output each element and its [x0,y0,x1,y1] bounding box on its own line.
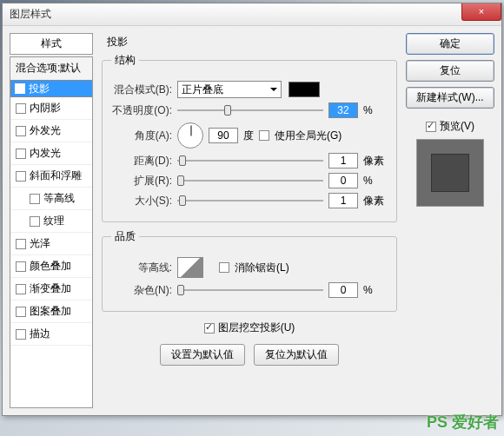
preview-thumbnail [416,139,484,207]
spread-unit: % [363,175,388,187]
style-item-inner-shadow[interactable]: 内阴影 [10,97,92,120]
checkbox-icon[interactable] [16,261,26,272]
distance-label: 距离(D): [111,154,172,168]
preview-label: 预览(V) [440,119,474,134]
blend-mode-label: 混合模式(B): [111,83,172,97]
styles-header[interactable]: 样式 [10,33,93,55]
checkbox-icon[interactable] [16,149,26,159]
quality-group: 品质 等高线: 消除锯齿(L) 杂色(N): 0 % [102,229,397,312]
style-item-pattern-overlay[interactable]: 图案叠加 [10,301,92,323]
opacity-slider[interactable] [177,103,323,117]
checkbox-icon[interactable] [16,103,26,114]
preview-checkbox[interactable] [426,122,436,132]
style-item-satin[interactable]: 光泽 [10,233,92,255]
checkbox-icon[interactable] [16,126,26,136]
checkbox-icon[interactable] [16,239,26,249]
cancel-button[interactable]: 复位 [406,60,494,82]
anti-alias-label: 消除锯齿(L) [235,261,289,275]
checkbox-icon[interactable] [16,284,26,294]
checkbox-icon[interactable] [30,194,40,204]
size-input[interactable]: 1 [328,193,358,208]
options-panel: 投影 结构 混合模式(B): 正片叠底 不透明度(O): 32 % 角度(A): [98,33,401,408]
reset-default-button[interactable]: 复位为默认值 [254,344,339,366]
section-title: 投影 [107,35,397,50]
angle-label: 角度(A): [111,129,172,143]
angle-dial[interactable] [177,122,203,149]
style-item-color-overlay[interactable]: 颜色叠加 [10,255,92,278]
style-item-stroke[interactable]: 描边 [10,323,92,346]
global-light-checkbox[interactable] [259,130,269,141]
dialog-title: 图层样式 [10,7,51,22]
set-default-button[interactable]: 设置为默认值 [160,344,245,366]
checkbox-icon[interactable] [30,216,40,227]
styles-sidebar: 样式 混合选项:默认 投影 内阴影 外发光 内发光 斜面和浮雕 等高线 纹理 光… [10,33,93,408]
opacity-unit: % [363,104,388,116]
style-item-drop-shadow[interactable]: 投影 [10,80,93,97]
style-item-gradient-overlay[interactable]: 渐变叠加 [10,278,92,301]
checkbox-icon[interactable] [16,329,26,340]
structure-group: 结构 混合模式(B): 正片叠底 不透明度(O): 32 % 角度(A): 90… [102,53,397,222]
noise-slider[interactable] [177,283,323,297]
blend-mode-select[interactable]: 正片叠底 [177,81,282,98]
contour-picker[interactable] [177,257,203,278]
distance-input[interactable]: 1 [328,153,358,168]
style-list: 混合选项:默认 投影 内阴影 外发光 内发光 斜面和浮雕 等高线 纹理 光泽 颜… [10,56,93,408]
spread-label: 扩展(R): [111,174,172,188]
contour-label: 等高线: [111,261,172,275]
distance-unit: 像素 [363,154,388,168]
layer-style-dialog: 图层样式 × 样式 混合选项:默认 投影 内阴影 外发光 内发光 斜面和浮雕 等… [2,3,502,416]
opacity-label: 不透明度(O): [111,103,172,118]
noise-input[interactable]: 0 [328,282,358,298]
style-item-bevel[interactable]: 斜面和浮雕 [10,165,92,188]
new-style-button[interactable]: 新建样式(W)... [406,87,494,109]
ok-button[interactable]: 确定 [406,33,494,55]
angle-input[interactable]: 90 [209,128,238,143]
noise-label: 杂色(N): [111,283,172,298]
structure-legend: 结构 [111,53,139,68]
blending-options-header[interactable]: 混合选项:默认 [10,57,92,80]
close-button[interactable]: × [461,3,501,21]
noise-unit: % [363,284,388,296]
style-item-inner-glow[interactable]: 内发光 [10,142,92,165]
checkbox-icon[interactable] [15,83,25,94]
knockout-checkbox[interactable] [204,323,215,334]
size-label: 大小(S): [111,194,172,208]
style-item-texture[interactable]: 纹理 [10,210,92,233]
global-light-label: 使用全局光(G) [275,129,342,143]
size-unit: 像素 [363,194,388,208]
checkbox-icon[interactable] [16,307,26,317]
quality-legend: 品质 [111,229,139,244]
spread-slider[interactable] [177,174,323,188]
style-item-outer-glow[interactable]: 外发光 [10,120,92,142]
checkbox-icon[interactable] [16,171,26,182]
spread-input[interactable]: 0 [328,173,358,188]
titlebar[interactable]: 图层样式 × [3,3,501,26]
watermark-brand: PS 爱好者 [427,412,499,433]
preview-area: 预览(V) [406,119,494,207]
angle-unit: 度 [243,129,254,143]
distance-slider[interactable] [177,154,323,168]
style-item-contour[interactable]: 等高线 [10,188,92,210]
color-swatch[interactable] [288,82,320,97]
opacity-input[interactable]: 32 [328,102,358,118]
knockout-label: 图层挖空投影(U) [218,320,295,335]
size-slider[interactable] [177,194,323,208]
right-buttons: 确定 复位 新建样式(W)... 预览(V) [406,33,494,408]
anti-alias-checkbox[interactable] [219,262,229,273]
